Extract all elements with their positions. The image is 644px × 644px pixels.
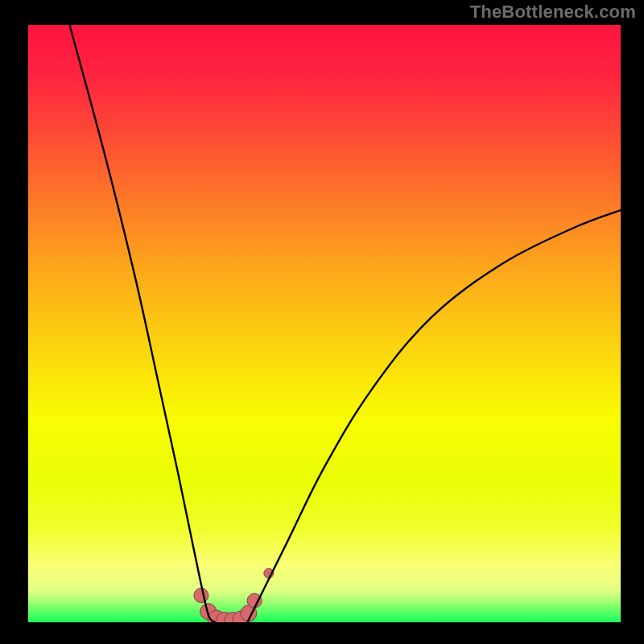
plot-area: [28, 25, 621, 622]
credit-text: TheBottleneck.com: [470, 2, 636, 23]
marker-point: [194, 588, 208, 603]
chart-container: TheBottleneck.com: [0, 0, 644, 644]
plot-svg: [28, 25, 621, 622]
curve-right-curve: [247, 210, 621, 622]
curve-left-curve: [70, 25, 215, 622]
